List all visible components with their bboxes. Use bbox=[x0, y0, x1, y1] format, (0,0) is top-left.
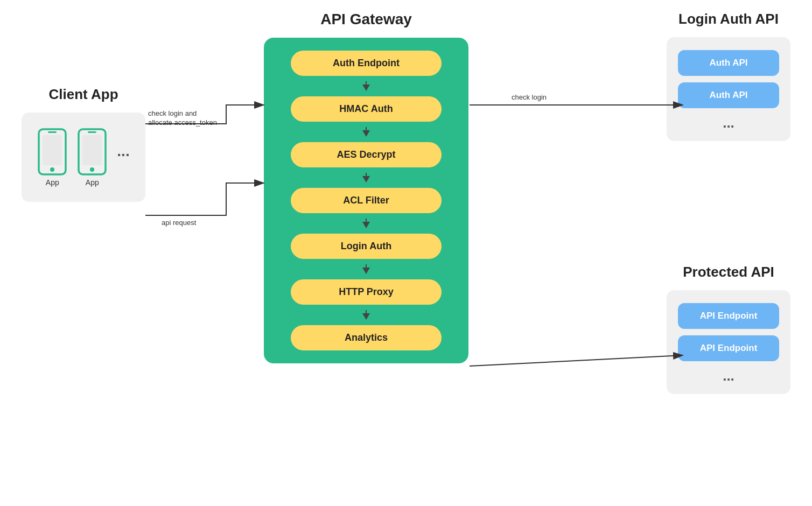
api-endpoint-node-1: API Endpoint bbox=[678, 303, 779, 329]
client-app-icons: App App ... bbox=[37, 128, 129, 187]
login-auth-section: Login Auth API Auth API Auth API ... bbox=[667, 11, 790, 141]
auth-box: Auth API Auth API ... bbox=[667, 37, 790, 141]
diagram-container: Client App App bbox=[0, 0, 812, 506]
svg-rect-1 bbox=[43, 135, 62, 165]
auth-api-node-2: Auth API bbox=[678, 82, 779, 108]
gateway-node-login-auth: Login Auth bbox=[291, 234, 442, 259]
app-label-1: App bbox=[46, 178, 59, 187]
api-endpoint-node-2: API Endpoint bbox=[678, 335, 779, 361]
svg-point-6 bbox=[90, 167, 94, 172]
arrow-api-request bbox=[145, 183, 264, 215]
gateway-title: API Gateway bbox=[264, 11, 468, 28]
client-app-section: Client App App bbox=[22, 86, 145, 202]
protected-api-section: Protected API API Endpoint API Endpoint … bbox=[667, 264, 790, 394]
phone-svg-2 bbox=[77, 128, 107, 176]
svg-rect-7 bbox=[88, 131, 96, 133]
phone-svg-1 bbox=[37, 128, 67, 176]
auth-api-dots: ... bbox=[723, 115, 734, 131]
client-app-title: Client App bbox=[22, 86, 145, 103]
label-check-login-allocate: check login and bbox=[148, 109, 197, 117]
svg-point-2 bbox=[50, 167, 54, 172]
login-auth-title: Login Auth API bbox=[667, 11, 790, 27]
arrow-check-login-allocate bbox=[145, 105, 264, 124]
phone-icon-2: App bbox=[77, 128, 107, 187]
client-app-box: App App ... bbox=[22, 113, 145, 202]
gateway-node-acl-filter: ACL Filter bbox=[291, 188, 442, 213]
api-endpoint-dots: ... bbox=[723, 368, 734, 384]
label-allocate-access-token: allocate access_token bbox=[148, 118, 217, 127]
client-app-dots: ... bbox=[117, 143, 129, 172]
gateway-node-aes-decrypt: AES Decrypt bbox=[291, 142, 442, 167]
svg-rect-3 bbox=[48, 131, 57, 133]
gateway-section: API Gateway Auth Endpoint HMAC Auth AES … bbox=[264, 11, 468, 363]
arrow-http-proxy-protected bbox=[470, 355, 683, 366]
protected-box: API Endpoint API Endpoint ... bbox=[667, 290, 790, 394]
gateway-node-hmac-auth: HMAC Auth bbox=[291, 96, 442, 122]
gateway-node-analytics: Analytics bbox=[291, 325, 442, 350]
auth-api-node-1: Auth API bbox=[678, 50, 779, 76]
gateway-node-http-proxy: HTTP Proxy bbox=[291, 279, 442, 305]
label-check-login: check login bbox=[512, 93, 547, 101]
phone-icon-1: App bbox=[37, 128, 67, 187]
gateway-box: Auth Endpoint HMAC Auth AES Decrypt ACL … bbox=[264, 38, 468, 363]
label-api-request: api request bbox=[162, 219, 197, 227]
gateway-node-auth-endpoint: Auth Endpoint bbox=[291, 51, 442, 76]
app-label-2: App bbox=[86, 178, 99, 187]
protected-api-title: Protected API bbox=[667, 264, 790, 280]
svg-rect-5 bbox=[82, 135, 102, 165]
